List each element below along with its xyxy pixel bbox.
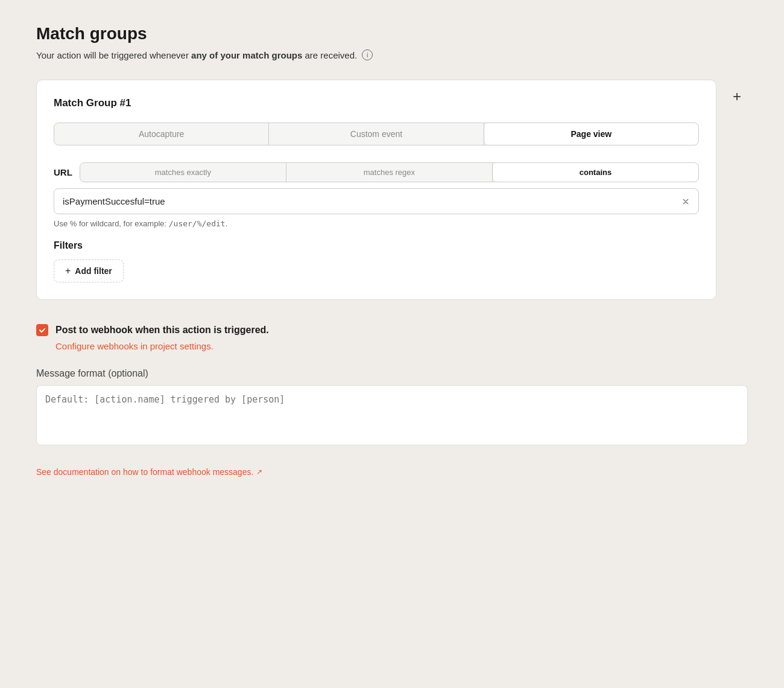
webhook-checkbox[interactable]	[36, 324, 48, 336]
configure-webhooks-link[interactable]: Configure webhooks in project settings.	[55, 341, 748, 351]
url-match-tab-group: matches exactly matches regex contains	[80, 162, 699, 182]
webhook-section: Post to webhook when this action is trig…	[36, 324, 748, 351]
subtitle-text: Your action will be triggered whenever a…	[36, 50, 357, 60]
url-tab-matches-exactly[interactable]: matches exactly	[80, 163, 286, 182]
url-input-wrapper	[54, 188, 699, 214]
url-row: URL matches exactly matches regex contai…	[54, 162, 699, 182]
documentation-link[interactable]: See documentation on how to format webho…	[36, 467, 262, 477]
page-title: Match groups	[36, 24, 748, 43]
url-tab-contains[interactable]: contains	[493, 163, 698, 182]
message-format-section: Message format (optional)	[36, 368, 748, 448]
url-clear-button[interactable]	[680, 196, 692, 208]
filters-title: Filters	[54, 240, 699, 251]
tab-custom-event[interactable]: Custom event	[269, 123, 484, 145]
url-tab-matches-regex[interactable]: matches regex	[286, 163, 493, 182]
message-format-title: Message format (optional)	[36, 368, 748, 379]
message-format-textarea[interactable]	[36, 385, 748, 445]
external-link-icon: ↗	[256, 468, 262, 476]
page-subtitle: Your action will be triggered whenever a…	[36, 49, 748, 60]
event-type-tab-group: Autocapture Custom event Page view	[54, 123, 699, 145]
match-group-card: Match Group #1 Autocapture Custom event …	[36, 80, 716, 300]
add-filter-button[interactable]: + Add filter	[54, 260, 124, 282]
webhook-label: Post to webhook when this action is trig…	[55, 325, 269, 336]
url-hint: Use % for wildcard, for example: /user/%…	[54, 219, 699, 228]
add-match-group-button[interactable]: +	[726, 86, 748, 107]
url-label: URL	[54, 167, 72, 177]
tab-autocapture[interactable]: Autocapture	[54, 123, 269, 145]
doc-link-text: See documentation on how to format webho…	[36, 467, 253, 477]
url-section: URL matches exactly matches regex contai…	[54, 162, 699, 228]
webhook-row: Post to webhook when this action is trig…	[36, 324, 748, 336]
add-filter-label: Add filter	[75, 266, 112, 276]
url-input[interactable]	[54, 188, 699, 214]
plus-icon: +	[65, 266, 71, 276]
filters-section: Filters + Add filter	[54, 240, 699, 282]
tab-page-view[interactable]: Page view	[484, 123, 698, 145]
match-group-wrapper: Match Group #1 Autocapture Custom event …	[36, 80, 748, 300]
match-group-title: Match Group #1	[54, 97, 699, 109]
info-icon[interactable]: i	[362, 49, 373, 60]
